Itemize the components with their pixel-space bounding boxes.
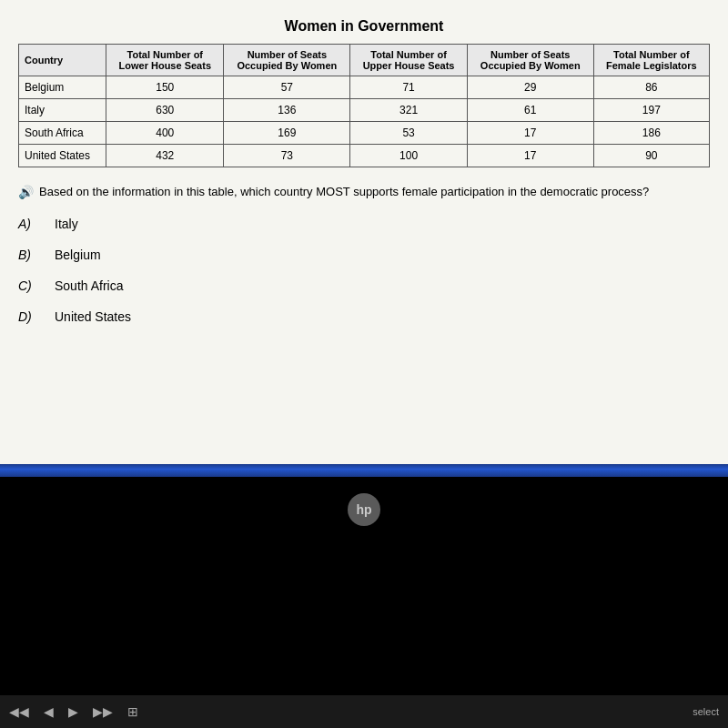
col-header-total-female: Total Number ofFemale Legislators bbox=[593, 45, 709, 76]
speaker-icon: 🔊 bbox=[18, 185, 34, 199]
option-letter-c: C) bbox=[18, 278, 36, 293]
taskbar-grid-icon[interactable]: ⊞ bbox=[127, 704, 138, 719]
table-row: Belgium15057712986 bbox=[19, 76, 710, 99]
answer-option-d[interactable]: D) United States bbox=[18, 309, 710, 324]
hp-logo-area: hp bbox=[0, 486, 728, 533]
question-text: Based on the information in this table, … bbox=[39, 184, 710, 200]
hp-logo: hp bbox=[348, 493, 380, 526]
table-row: Italy63013632161197 bbox=[19, 99, 710, 122]
col-header-country: Country bbox=[19, 45, 106, 76]
answer-option-c[interactable]: C) South Africa bbox=[18, 278, 710, 293]
answer-option-a[interactable]: A) Italy bbox=[18, 217, 710, 231]
option-text-a: Italy bbox=[55, 217, 78, 231]
table-row: South Africa4001695317186 bbox=[19, 122, 710, 145]
option-text-d: United States bbox=[55, 309, 131, 324]
answer-option-b[interactable]: B) Belgium bbox=[18, 248, 710, 262]
taskbar-forward-icon[interactable]: ▶ bbox=[68, 704, 78, 719]
taskbar-skip-forward-icon[interactable]: ▶▶ bbox=[93, 704, 113, 719]
document-area: Women in Government Country Total Number… bbox=[0, 0, 728, 464]
col-header-upper-women: Number of SeatsOccupied By Women bbox=[467, 45, 593, 76]
taskbar-icons: ◀◀ ◀ ▶ ▶▶ ⊞ bbox=[9, 704, 138, 719]
taskbar: ◀◀ ◀ ▶ ▶▶ ⊞ select bbox=[0, 695, 728, 728]
taskbar-back-icon[interactable]: ◀ bbox=[44, 704, 54, 719]
option-text-b: Belgium bbox=[55, 248, 101, 262]
question-section: 🔊 Based on the information in this table… bbox=[18, 184, 710, 200]
taskbar-right: select bbox=[693, 706, 719, 717]
answer-options: A) Italy B) Belgium C) South Africa D) U… bbox=[18, 217, 710, 324]
option-letter-b: B) bbox=[18, 248, 36, 262]
option-text-c: South Africa bbox=[55, 278, 124, 293]
table-row: United States432731001790 bbox=[19, 145, 710, 167]
data-table: Country Total Number ofLower House Seats… bbox=[18, 44, 710, 167]
blue-strip bbox=[0, 464, 728, 477]
taskbar-skip-back-icon[interactable]: ◀◀ bbox=[9, 704, 29, 719]
screen: Women in Government Country Total Number… bbox=[0, 0, 728, 728]
option-letter-d: D) bbox=[18, 309, 36, 324]
col-header-lower-women: Number of SeatsOccupied By Women bbox=[224, 45, 350, 76]
option-letter-a: A) bbox=[18, 217, 36, 231]
page-title: Women in Government bbox=[18, 18, 710, 35]
taskbar-select-text: select bbox=[693, 706, 719, 717]
bottom-bar: hp bbox=[0, 477, 728, 728]
col-header-lower-house: Total Number ofLower House Seats bbox=[106, 45, 224, 76]
col-header-upper-house: Total Number ofUpper House Seats bbox=[350, 45, 468, 76]
